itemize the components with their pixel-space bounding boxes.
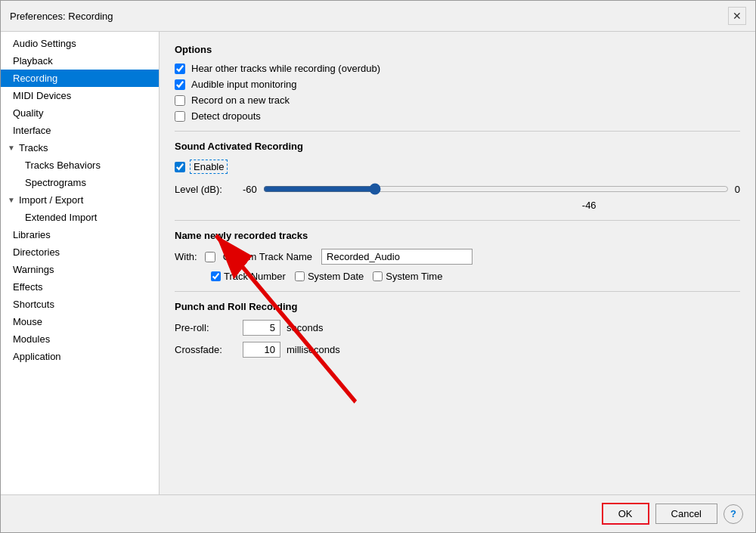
content-area: Audio Settings Playback Recording MIDI D… (1, 32, 755, 494)
preroll-input[interactable] (243, 320, 280, 336)
enable-row: Enable (175, 160, 740, 174)
sidebar-item-application[interactable]: Application (1, 348, 159, 365)
sidebar-item-interface[interactable]: Interface (1, 122, 159, 139)
sidebar-item-recording[interactable]: Recording (1, 70, 159, 87)
crossfade-row: Crossfade: milliseconds (175, 342, 740, 358)
import-export-toggle-icon: ▼ (7, 196, 16, 205)
crossfade-unit: milliseconds (287, 344, 340, 355)
track-number-pair: Track Number (211, 271, 286, 282)
help-button[interactable]: ? (723, 504, 743, 524)
punch-title: Punch and Roll Recording (175, 301, 740, 312)
divider-2 (175, 220, 740, 221)
sidebar-item-modules[interactable]: Modules (1, 330, 159, 348)
sidebar-item-audio-settings[interactable]: Audio Settings (1, 35, 159, 52)
tracks-label: Tracks (19, 142, 48, 153)
sidebar-item-shortcuts[interactable]: Shortcuts (1, 296, 159, 313)
ok-button[interactable]: OK (602, 503, 649, 525)
sidebar-item-warnings[interactable]: Warnings (1, 261, 159, 278)
level-max-label: 0 (735, 184, 740, 195)
preroll-unit: seconds (287, 322, 323, 333)
sidebar-item-tracks[interactable]: ▼ Tracks (1, 139, 159, 156)
divider-3 (175, 291, 740, 292)
overdub-checkbox[interactable] (175, 64, 185, 74)
option-row-detect-dropouts: Detect dropouts (175, 110, 740, 122)
sidebar-item-mouse[interactable]: Mouse (1, 313, 159, 330)
cancel-button[interactable]: Cancel (655, 504, 717, 524)
system-time-checkbox[interactable] (373, 271, 383, 281)
track-options-row: Track Number System Date System Time (211, 271, 740, 282)
track-number-checkbox[interactable] (211, 271, 221, 281)
system-date-label: System Date (308, 271, 364, 282)
sidebar-item-import-export[interactable]: ▼ Import / Export (1, 191, 159, 209)
with-row: With: Custom Track Name (175, 249, 740, 265)
track-name-input[interactable] (321, 249, 472, 265)
sidebar-item-directories[interactable]: Directories (1, 243, 159, 261)
preferences-dialog: Preferences: Recording ✕ Audio Settings … (0, 0, 756, 533)
punch-section: Punch and Roll Recording Pre-roll: secon… (175, 301, 740, 358)
record-new-track-label: Record on a new track (191, 95, 290, 106)
sound-activated-enable-checkbox[interactable] (175, 162, 185, 172)
custom-track-name-checkbox[interactable] (205, 252, 215, 262)
system-time-pair: System Time (373, 271, 442, 282)
detect-dropouts-checkbox[interactable] (175, 111, 185, 122)
with-label: With: (175, 251, 197, 262)
title-bar: Preferences: Recording ✕ (1, 1, 755, 32)
name-tracks-section: Name newly recorded tracks With: Custom … (175, 230, 740, 282)
system-date-pair: System Date (295, 271, 364, 282)
sound-activated-section: Sound Activated Recording Enable Level (… (175, 141, 740, 211)
level-slider[interactable] (263, 183, 729, 195)
sidebar-item-spectrograms[interactable]: Spectrograms (1, 174, 159, 191)
audible-monitoring-checkbox[interactable] (175, 79, 185, 90)
level-value-display: -46 (243, 200, 740, 211)
level-slider-container (263, 181, 729, 197)
overdub-label: Hear other tracks while recording (overd… (191, 63, 380, 74)
sidebar-item-effects[interactable]: Effects (1, 278, 159, 296)
divider-1 (175, 131, 740, 132)
system-time-label: System Time (386, 271, 442, 282)
import-export-label: Import / Export (19, 194, 83, 206)
sidebar: Audio Settings Playback Recording MIDI D… (1, 32, 160, 494)
name-tracks-title: Name newly recorded tracks (175, 230, 740, 241)
audible-monitoring-label: Audible input monitoring (191, 79, 296, 90)
track-number-label: Track Number (224, 271, 286, 282)
panel-and-arrow: Options Hear other tracks while recordin… (160, 32, 755, 494)
crossfade-input[interactable] (243, 342, 280, 358)
level-row: Level (dB): -60 0 (175, 181, 740, 197)
preroll-row: Pre-roll: seconds (175, 320, 740, 336)
dialog-title: Preferences: Recording (10, 11, 113, 22)
level-min-label: -60 (243, 184, 257, 195)
option-row-record-new-track: Record on a new track (175, 95, 740, 106)
preroll-label: Pre-roll: (175, 322, 243, 333)
sound-activated-enable-label: Enable (190, 160, 228, 174)
crossfade-label: Crossfade: (175, 344, 243, 355)
tracks-toggle-icon: ▼ (7, 144, 16, 153)
record-new-track-checkbox[interactable] (175, 95, 185, 106)
close-button[interactable]: ✕ (728, 7, 746, 25)
custom-track-name-label: Custom Track Name (223, 251, 312, 262)
sound-activated-title: Sound Activated Recording (175, 141, 740, 152)
options-title: Options (175, 44, 740, 55)
sidebar-item-playback[interactable]: Playback (1, 52, 159, 70)
option-row-audible-monitoring: Audible input monitoring (175, 79, 740, 90)
footer: OK Cancel ? (1, 494, 755, 532)
option-row-overdub: Hear other tracks while recording (overd… (175, 63, 740, 74)
sidebar-item-quality[interactable]: Quality (1, 104, 159, 122)
sidebar-item-midi-devices[interactable]: MIDI Devices (1, 87, 159, 104)
system-date-checkbox[interactable] (295, 271, 305, 281)
sidebar-item-extended-import[interactable]: Extended Import (1, 209, 159, 226)
sidebar-item-libraries[interactable]: Libraries (1, 226, 159, 243)
level-label: Level (dB): (175, 184, 243, 195)
detect-dropouts-label: Detect dropouts (191, 110, 261, 122)
main-panel: Options Hear other tracks while recordin… (160, 32, 755, 494)
sidebar-item-tracks-behaviors[interactable]: Tracks Behaviors (1, 156, 159, 174)
